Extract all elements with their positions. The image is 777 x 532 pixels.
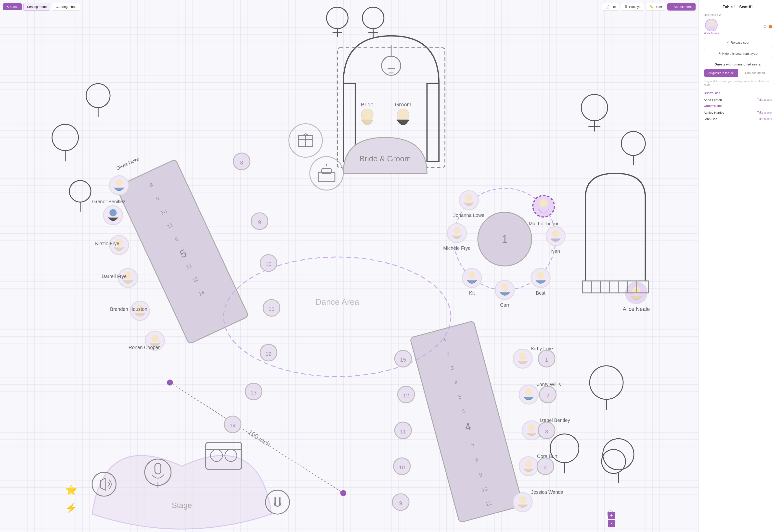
settings-icon[interactable]: ⚙ [763, 24, 767, 29]
svg-text:Kirstin Frye: Kirstin Frye [95, 241, 119, 246]
svg-text:⚡: ⚡ [65, 502, 77, 514]
svg-text:Michele Frye: Michele Frye [443, 245, 471, 251]
svg-point-9 [381, 56, 401, 75]
cake-icon [310, 157, 343, 190]
svg-point-118 [519, 353, 526, 360]
ruler-icon: 📏 [649, 5, 653, 9]
svg-text:2: 2 [546, 393, 549, 399]
ruler-button[interactable]: 📏 Ruler [646, 3, 666, 11]
svg-text:Maid-of-honor: Maid-of-honor [529, 221, 559, 226]
svg-point-100 [70, 180, 91, 202]
guest-name-john: John Doe [704, 117, 717, 121]
svg-point-28 [539, 199, 548, 208]
floor-plan-canvas[interactable]: ✕ Close Seating mode Catering mode 📄 Fil… [0, 0, 698, 532]
svg-text:Johanna Lowe: Johanna Lowe [453, 213, 484, 218]
hotkeys-icon: ⌘ [625, 5, 628, 9]
svg-point-46 [465, 194, 472, 201]
svg-point-62 [109, 209, 116, 216]
svg-text:13: 13 [251, 390, 256, 396]
avatar-image [705, 19, 717, 31]
svg-text:Kit: Kit [469, 290, 474, 296]
svg-text:Olivia Duke: Olivia Duke [116, 156, 140, 171]
svg-point-146 [340, 490, 346, 496]
svg-text:4: 4 [544, 464, 547, 471]
svg-point-86 [581, 94, 607, 121]
occupied-row: Maid-of-honor ⚙ [704, 19, 772, 34]
hide-seat-button[interactable]: 👁 Hide this seat from layout [704, 49, 772, 58]
guest-row-ashley: Ashley Hartley Take a seat [704, 110, 772, 116]
floor-plan-svg: Bride & Groom Bride Groom 1 [0, 0, 698, 532]
svg-point-94 [601, 449, 626, 474]
hotkeys-button[interactable]: ⌘ Hotkeys [621, 3, 644, 11]
svg-point-121 [525, 389, 532, 396]
seating-mode-button[interactable]: Seating mode [23, 3, 50, 11]
filter-all-tab[interactable]: All guests in the list [704, 70, 738, 77]
svg-text:Bride & Groom: Bride & Groom [359, 154, 411, 163]
take-seat-ashley[interactable]: Take a seat [757, 111, 772, 114]
svg-point-91 [590, 366, 623, 399]
guests-section-title: Guests with unassigned seats: [704, 62, 772, 66]
svg-text:Stage: Stage [172, 501, 192, 510]
svg-point-40 [468, 272, 475, 279]
svg-rect-17 [322, 169, 331, 173]
zoom-out-button[interactable]: - [608, 520, 615, 527]
file-button[interactable]: 📄 File [602, 3, 620, 11]
svg-text:Nan: Nan [551, 248, 560, 254]
gift-icon [289, 124, 323, 157]
svg-text:Brenden Houston: Brenden Houston [110, 306, 147, 312]
bride-side-title: Bride's side [704, 92, 772, 95]
svg-point-144 [167, 380, 173, 385]
add-element-button[interactable]: + Add element [667, 3, 695, 11]
svg-text:15: 15 [400, 357, 406, 363]
stage-area: Stage [92, 442, 290, 529]
toolbar-right: 📄 File ⌘ Hotkeys 📏 Ruler + Add element [602, 3, 695, 11]
svg-point-89 [621, 131, 645, 155]
svg-point-34 [537, 272, 544, 279]
filter-confirmed-tab[interactable]: Only confirmed [738, 70, 772, 77]
zoom-in-button[interactable]: + [608, 512, 615, 519]
svg-rect-8 [427, 84, 439, 161]
guest-row-anna: Anna Fenton Take a seat [704, 97, 772, 103]
svg-text:190 inch: 190 inch [247, 428, 271, 448]
svg-point-37 [501, 284, 508, 291]
svg-point-74 [151, 335, 158, 342]
x-icon: ✕ [727, 41, 729, 44]
close-button[interactable]: ✕ Close [3, 3, 22, 10]
svg-point-43 [453, 227, 460, 234]
svg-text:Carr: Carr [500, 302, 510, 308]
svg-text:Best: Best [536, 290, 546, 296]
svg-text:10: 10 [399, 464, 405, 471]
drag-hint: Drag and drop your guests into your pref… [704, 80, 772, 87]
eye-icon: 👁 [717, 52, 721, 55]
take-seat-anna[interactable]: Take a seat [757, 98, 772, 102]
svg-text:1: 1 [502, 233, 508, 245]
arch-right [582, 173, 648, 293]
close-icon: ✕ [6, 5, 9, 9]
svg-point-185 [709, 21, 713, 25]
occupied-label: Occupied by: [704, 13, 772, 17]
svg-text:10: 10 [265, 261, 271, 267]
svg-text:Alice Neale: Alice Neale [623, 306, 650, 312]
take-seat-john[interactable]: Take a seat [757, 117, 772, 121]
svg-text:14: 14 [230, 422, 235, 428]
zoom-controls: + - [608, 512, 615, 527]
svg-point-22 [397, 109, 409, 121]
status-indicator [769, 25, 772, 28]
svg-point-127 [525, 460, 532, 467]
svg-text:Ronan Cooper: Ronan Cooper [128, 345, 160, 350]
guest-row-john: John Doe Take a seat [704, 116, 772, 122]
svg-text:3: 3 [545, 428, 548, 435]
filter-tabs: All guests in the list Only confirmed [704, 69, 772, 77]
svg-point-59 [116, 179, 123, 186]
tree-top-center [326, 7, 348, 37]
release-seat-button[interactable]: ✕ Release seat [704, 38, 772, 47]
guest-role-label: Maid-of-honor [704, 32, 719, 34]
svg-text:Bride: Bride [361, 102, 373, 108]
table-5: 5 8 9 10 11 5 12 13 14 Olivia Duke [92, 156, 249, 350]
toolbar: ✕ Close Seating mode Catering mode 📄 Fil… [3, 3, 695, 11]
catering-mode-button[interactable]: Catering mode [52, 3, 80, 11]
svg-text:1: 1 [545, 357, 548, 363]
svg-text:Jessica Wanda: Jessica Wanda [531, 489, 563, 495]
svg-point-31 [552, 230, 559, 237]
svg-point-20 [361, 109, 373, 121]
